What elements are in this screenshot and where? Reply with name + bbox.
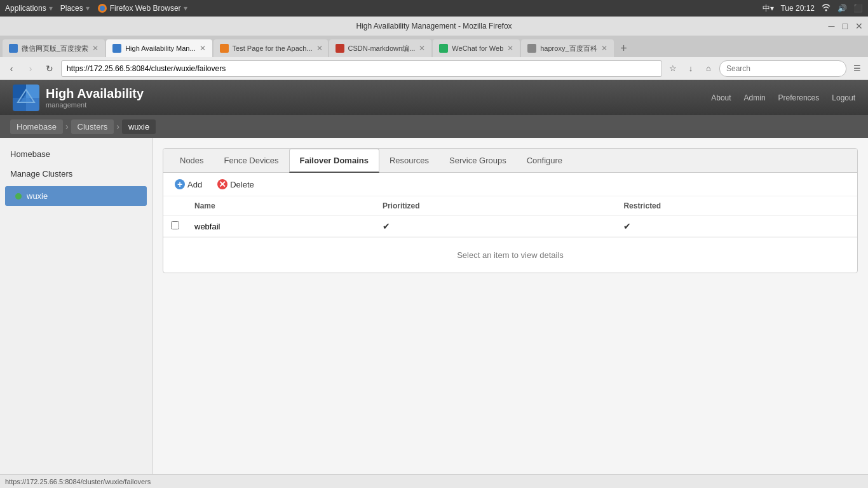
breadcrumb-clusters[interactable]: Clusters [71, 119, 114, 134]
browser-tab-5[interactable]: WeChat for Web ✕ [433, 39, 520, 57]
url-input[interactable] [61, 60, 662, 77]
browser-search-input[interactable] [719, 60, 846, 77]
add-button[interactable]: + Add [171, 178, 206, 191]
page-content: High Availability management About Admin… [0, 80, 868, 474]
col-restricted: Restricted [616, 196, 857, 216]
ha-header: High Availability management About Admin… [0, 80, 868, 115]
tab-failover-domains[interactable]: Failover Domains [289, 149, 379, 173]
col-prioritized: Prioritized [375, 196, 616, 216]
browser-tab-6[interactable]: haproxy_百度百科 ✕ [521, 39, 613, 57]
browser-tab-2[interactable]: High Availability Man... ✕ [106, 39, 212, 57]
browser-menu[interactable]: Firefox Web Browser [97, 3, 181, 13]
sidebar-item-manage-clusters[interactable]: Manage Clusters [0, 164, 152, 184]
browser-tab-4[interactable]: CSDN-markdown编... ✕ [329, 39, 432, 57]
address-bar-icons: ☆ ↓ ⌂ [666, 62, 715, 76]
delete-icon: ✕ [217, 179, 227, 189]
status-url: https://172.25.66.5:8084/cluster/wuxie/f… [5, 478, 151, 485]
back-button[interactable]: ‹ [4, 61, 19, 76]
add-label: Add [187, 180, 202, 189]
forward-button[interactable]: › [23, 61, 38, 76]
tab-close-5[interactable]: ✕ [507, 44, 513, 53]
row-name-cell: webfail [187, 216, 375, 237]
col-checkbox [163, 196, 187, 216]
failover-domains-table: Name Prioritized Restricted webfail [163, 196, 857, 237]
ha-subtitle: management [46, 101, 144, 109]
address-bar: ‹ › ↻ ☆ ↓ ⌂ ☰ [0, 57, 868, 80]
sidebar-cluster-wuxie[interactable]: wuxie [5, 186, 147, 206]
tab-close-2[interactable]: ✕ [200, 44, 206, 53]
ha-nav-links: About Admin Preferences Logout [711, 93, 855, 102]
add-icon: + [175, 179, 185, 189]
tab-service-groups[interactable]: Service Groups [439, 149, 517, 173]
sidebar: Homebase Manage Clusters wuxie [0, 138, 153, 474]
places-menu[interactable]: Places [60, 4, 83, 13]
tab-close-3[interactable]: ✕ [316, 44, 323, 53]
os-topbar-left: Applications ▾ Places ▾ Firefox Web Brow… [5, 3, 187, 13]
browser-tabs: 微信网页版_百度搜索 ✕ High Availability Man... ✕ … [0, 36, 868, 57]
breadcrumb-arrow-2: › [116, 121, 119, 132]
minimize-button[interactable]: ─ [829, 21, 835, 31]
breadcrumb-nav: Homebase › Clusters › wuxie [0, 115, 868, 138]
tab-nodes[interactable]: Nodes [170, 149, 214, 173]
tab-configure[interactable]: Configure [517, 149, 573, 173]
breadcrumb-arrow-1: › [65, 121, 69, 132]
sidebar-item-homebase[interactable]: Homebase [0, 144, 152, 164]
table-row[interactable]: webfail ✔ ✔ [163, 216, 857, 237]
wifi-icon [821, 3, 831, 15]
tab-favicon-5 [439, 44, 448, 53]
new-tab-button[interactable]: + [615, 39, 633, 57]
delete-button[interactable]: ✕ Delete [214, 178, 258, 191]
svg-point-1 [100, 6, 105, 11]
maximize-button[interactable]: □ [843, 21, 848, 31]
breadcrumb-wuxie[interactable]: wuxie [122, 119, 156, 134]
browser-tab-3[interactable]: Test Page for the Apach... ✕ [214, 39, 328, 57]
browser-tab-1[interactable]: 微信网页版_百度搜索 ✕ [3, 39, 105, 57]
ha-logo-text: High Availability management [46, 86, 144, 109]
tab-fence-devices[interactable]: Fence Devices [214, 149, 289, 173]
download-icon[interactable]: ↓ [684, 62, 698, 76]
status-bar: https://172.25.66.5:8084/cluster/wuxie/f… [0, 474, 868, 488]
battery-icon: ⬛ [853, 4, 863, 13]
window-controls: ─ □ ✕ [829, 21, 863, 31]
ha-title: High Availability [46, 86, 144, 101]
row-checkbox[interactable] [171, 221, 179, 229]
applications-menu[interactable]: Applications [5, 4, 46, 13]
row-checkbox-cell[interactable] [163, 216, 187, 237]
about-link[interactable]: About [711, 93, 731, 102]
breadcrumb-homebase[interactable]: Homebase [10, 119, 63, 134]
admin-link[interactable]: Admin [744, 93, 766, 102]
cluster-name: wuxie [27, 191, 48, 201]
tabs-bar: Nodes Fence Devices Failover Domains Res… [163, 149, 857, 173]
content-area: Nodes Fence Devices Failover Domains Res… [153, 138, 868, 474]
tab-favicon-1 [9, 44, 18, 53]
tab-close-4[interactable]: ✕ [419, 44, 425, 53]
volume-icon: 🔊 [837, 4, 847, 13]
table-header-row: Name Prioritized Restricted [163, 196, 857, 216]
os-topbar-right: 中▾ Tue 20:12 🔊 ⬛ [763, 3, 863, 15]
logout-link[interactable]: Logout [832, 93, 855, 102]
clock: Tue 20:12 [780, 4, 815, 13]
browser-titlebar: High Availability Management - Mozilla F… [0, 17, 868, 36]
browser-window: High Availability Management - Mozilla F… [0, 17, 868, 488]
reload-button[interactable]: ↻ [42, 61, 57, 76]
tab-resources[interactable]: Resources [379, 149, 439, 173]
home-icon[interactable]: ⌂ [702, 62, 715, 76]
prioritized-checkmark: ✔ [383, 221, 390, 231]
close-button[interactable]: ✕ [855, 21, 863, 31]
browser-title: High Availability Management - Mozilla F… [356, 22, 512, 30]
content-panel: Nodes Fence Devices Failover Domains Res… [163, 148, 858, 273]
menu-icons: ☰ [850, 62, 864, 76]
tab-favicon-3 [220, 44, 229, 53]
tab-close-6[interactable]: ✕ [601, 44, 607, 53]
restricted-checkmark: ✔ [623, 221, 631, 231]
actions-bar: + Add ✕ Delete [163, 173, 857, 196]
preferences-link[interactable]: Preferences [778, 93, 820, 102]
svg-point-2 [825, 9, 827, 11]
cluster-status-dot [15, 193, 22, 200]
tab-favicon-4 [336, 44, 344, 53]
row-prioritized-cell: ✔ [375, 216, 616, 237]
bookmark-icon[interactable]: ☆ [666, 62, 680, 76]
menu-button[interactable]: ☰ [850, 62, 864, 76]
tab-close-1[interactable]: ✕ [92, 44, 98, 53]
main-layout: Homebase Manage Clusters wuxie Nodes Fen… [0, 138, 868, 474]
